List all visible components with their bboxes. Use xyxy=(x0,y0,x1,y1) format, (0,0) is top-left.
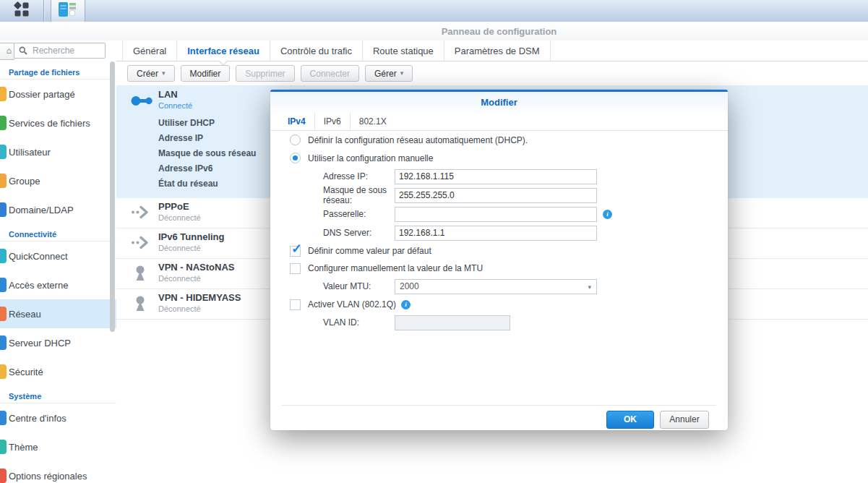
subnet-mask-row: Masque de sous réseau: xyxy=(270,186,728,205)
interface-name: VPN - HIDEMYASS xyxy=(158,289,241,303)
manage-button[interactable]: Gérer ▾ xyxy=(365,65,413,82)
edit-button[interactable]: Modifier xyxy=(181,65,231,82)
info-center-icon xyxy=(0,411,7,425)
interface-status: Déconnecté xyxy=(158,212,201,222)
vlan-info-icon[interactable]: i xyxy=(401,300,411,309)
create-button[interactable]: Créer ▾ xyxy=(127,65,175,82)
interface-name: PPPoE xyxy=(158,198,201,212)
tab-dsm-settings[interactable]: Paramètres de DSM xyxy=(444,40,551,61)
ip-address-field[interactable] xyxy=(395,169,597,184)
cancel-button[interactable]: Annuler xyxy=(660,411,709,429)
pppoe-dialup-icon xyxy=(131,205,150,222)
dhcp-auto-radio-row: Définir la configuration réseau automati… xyxy=(270,131,728,149)
detail-label: Adresse IP xyxy=(158,133,256,148)
tab-traffic-control[interactable]: Contrôle du trafic xyxy=(270,40,363,61)
dns-server-field[interactable] xyxy=(395,226,597,241)
connect-button[interactable]: Connecter xyxy=(301,65,359,82)
sidebar-item-group[interactable]: Groupe xyxy=(0,166,116,195)
interface-name: VPN - NAStoNAS xyxy=(158,259,234,273)
checkbox-label[interactable]: Configurer manuellement la valeur de la … xyxy=(308,263,483,273)
interface-status: Déconnecté xyxy=(158,273,234,283)
sidebar-item-label: Utilisateur xyxy=(9,147,51,158)
default-gateway-check-row: ✓ Définir comme valeur par défaut xyxy=(270,242,728,260)
interface-status: Connecté xyxy=(158,100,256,110)
detail-label: Adresse IPv6 xyxy=(158,163,256,179)
main-menu-button[interactable] xyxy=(0,0,44,22)
sidebar-item-external-access[interactable]: Accès externe xyxy=(0,270,116,299)
tab-ipv6[interactable]: IPv6 xyxy=(315,113,351,130)
vpn-keyhole-icon xyxy=(134,265,147,285)
sidebar-item-info-center[interactable]: Centre d'infos xyxy=(0,403,116,432)
manual-mtu-check-row: Configurer manuellement la valeur de la … xyxy=(270,260,728,277)
search-input[interactable] xyxy=(31,45,95,56)
ipv6-tunnel-icon xyxy=(131,236,150,252)
default-gateway-checkbox[interactable]: ✓ xyxy=(290,246,301,257)
gateway-info-icon[interactable]: i xyxy=(603,210,612,219)
theme-icon xyxy=(0,440,7,454)
sidebar-item-shared-folder[interactable]: Dossier partagé xyxy=(0,80,116,108)
manual-mtu-checkbox[interactable] xyxy=(290,263,301,274)
sidebar-item-file-services[interactable]: Services de fichiers xyxy=(0,108,116,137)
home-icon: ⌂ xyxy=(7,46,12,56)
ok-button[interactable]: OK xyxy=(606,411,654,429)
gateway-row: Passerelle: i xyxy=(270,205,728,223)
app-grid-icon xyxy=(14,1,30,20)
tab-network-interface[interactable]: Interface réseau xyxy=(177,40,270,61)
checkbox-label[interactable]: Définir comme valeur par défaut xyxy=(308,246,431,256)
sidebar-item-quickconnect[interactable]: QuickConnect xyxy=(0,241,116,270)
tab-general[interactable]: Général xyxy=(122,40,177,61)
interface-name: IPv6 Tunneling xyxy=(158,228,225,242)
interface-detail-labels: Utiliser DHCP Adresse IP Masque de sous … xyxy=(158,118,256,194)
sidebar-section-connectivity: Connectivité xyxy=(0,224,116,241)
sidebar-item-label: Thème xyxy=(9,442,38,453)
mtu-value-label: Valeur MTU: xyxy=(323,281,395,291)
sidebar-item-label: Groupe xyxy=(9,176,40,187)
edit-dialog: Modifier IPv4 IPv6 802.1X Définir la con… xyxy=(270,90,728,430)
sidebar-item-domain-ldap[interactable]: Domaine/LDAP xyxy=(0,195,116,224)
chevron-down-icon: ▾ xyxy=(162,70,166,77)
sidebar-item-dhcp-server[interactable]: Serveur DHCP xyxy=(0,328,116,357)
sidebar-item-security[interactable]: Sécurité xyxy=(0,357,116,386)
sidebar-item-label: Serveur DHCP xyxy=(9,338,71,349)
vlan-id-field[interactable] xyxy=(395,315,510,330)
radio-label[interactable]: Utiliser la configuration manuelle xyxy=(308,153,433,163)
group-icon xyxy=(0,174,7,188)
dhcp-auto-radio[interactable] xyxy=(290,134,301,145)
checkbox-label[interactable]: Activer VLAN (802.1Q) xyxy=(308,299,396,309)
vlan-id-label: VLAN ID: xyxy=(323,317,395,328)
tab-ipv4[interactable]: IPv4 xyxy=(279,113,315,130)
check-icon: ✓ xyxy=(291,241,302,257)
sidebar-item-label: Services de fichiers xyxy=(9,118,90,129)
sidebar-item-network[interactable]: Réseau xyxy=(0,299,116,328)
sidebar-item-label: QuickConnect xyxy=(9,251,68,262)
taskbar xyxy=(0,0,868,22)
dialog-title: Modifier xyxy=(481,97,517,108)
enable-vlan-checkbox[interactable] xyxy=(290,299,301,310)
back-button[interactable]: ⌂ xyxy=(0,43,15,60)
radio-label[interactable]: Définir la configuration réseau automati… xyxy=(308,135,528,145)
network-icon xyxy=(0,307,7,321)
search-box xyxy=(14,43,106,59)
chevron-down-icon: ▾ xyxy=(588,284,591,291)
tab-8021x[interactable]: 802.1X xyxy=(351,113,395,130)
dialog-titlebar: Modifier xyxy=(270,92,728,113)
manual-config-radio-row: Utiliser la configuration manuelle xyxy=(270,149,728,167)
subnet-mask-field[interactable] xyxy=(395,188,597,203)
window-title: Panneau de configuration xyxy=(130,22,868,41)
sidebar-scrollbar-thumb[interactable] xyxy=(110,61,115,332)
sidebar-item-user[interactable]: Utilisateur xyxy=(0,137,116,166)
taskbar-control-panel-button[interactable] xyxy=(51,0,85,22)
sidebar-item-regional-options[interactable]: Options régionales xyxy=(0,461,116,483)
control-panel-icon xyxy=(59,2,77,20)
user-icon xyxy=(0,145,7,159)
sidebar-item-theme[interactable]: Thème xyxy=(0,432,116,461)
dialog-body: Définir la configuration réseau automati… xyxy=(270,131,728,332)
manual-config-radio[interactable] xyxy=(290,153,301,163)
mtu-value-select[interactable]: 2000 ▾ xyxy=(395,279,597,294)
tab-static-route[interactable]: Route statique xyxy=(363,40,444,61)
delete-button[interactable]: Supprimer xyxy=(236,65,294,82)
ip-address-label: Adresse IP: xyxy=(323,171,395,181)
gateway-field[interactable] xyxy=(395,207,597,222)
sidebar-item-label: Options régionales xyxy=(9,471,87,482)
tab-bar: Général Interface réseau Contrôle du tra… xyxy=(116,40,868,61)
